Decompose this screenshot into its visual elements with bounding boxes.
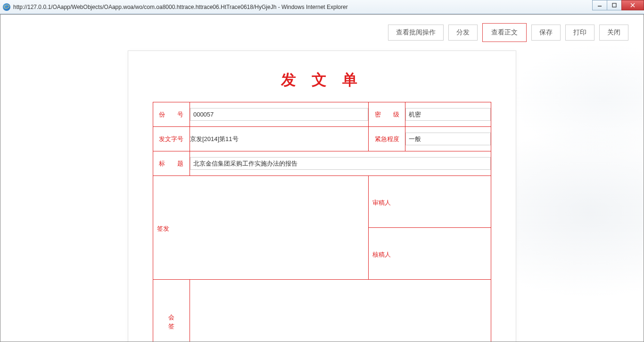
cell-subject — [190, 151, 491, 176]
cell-verifier: 核稿人 — [369, 228, 491, 280]
label-dispatch-no: 发文字号 — [153, 127, 190, 151]
dispatch-no-value: 京发[2014]第11号 — [190, 133, 368, 145]
content-scroll-area[interactable]: 查看批阅操作 分发 查看正文 保存 打印 关闭 发 文 单 份 号 — [0, 14, 644, 342]
label-subject: 标 题 — [153, 151, 190, 176]
document-page: 发 文 单 份 号 密 级 — [128, 50, 516, 342]
print-button[interactable]: 打印 — [565, 25, 594, 41]
cell-reviewer: 审稿人 — [369, 176, 491, 228]
cell-serial-no — [190, 102, 368, 127]
subject-input[interactable] — [190, 157, 491, 170]
action-toolbar: 查看批阅操作 分发 查看正文 保存 打印 关闭 — [0, 15, 644, 50]
form-title: 发 文 单 — [128, 70, 516, 91]
close-button[interactable]: 关闭 — [599, 25, 628, 41]
label-countersign: 会签 — [153, 280, 190, 342]
window-titlebar: http://127.0.0.1/OAapp/WebObjects/OAapp.… — [0, 0, 644, 14]
urgency-input[interactable] — [405, 133, 491, 145]
cell-sign-issue: 签发 — [153, 176, 369, 280]
cell-dispatch-no: 京发[2014]第11号 — [190, 127, 368, 151]
cell-countersign — [190, 280, 491, 342]
distribute-button[interactable]: 分发 — [448, 25, 478, 41]
minimize-button[interactable] — [592, 0, 607, 10]
label-secret-level: 密 级 — [369, 102, 405, 127]
cell-urgency — [405, 127, 491, 151]
maximize-button[interactable] — [607, 0, 622, 10]
secret-level-input[interactable] — [405, 108, 491, 121]
close-window-button[interactable] — [621, 0, 644, 10]
ie-icon — [3, 3, 10, 11]
label-sign-issue: 签发 — [153, 223, 368, 233]
dispatch-form-table: 份 号 密 级 发文字号 京发[2014]第11号 紧急程度 — [153, 102, 491, 342]
save-button[interactable]: 保存 — [531, 25, 561, 41]
window-title: http://127.0.0.1/OAapp/WebObjects/OAapp.… — [13, 4, 348, 10]
view-approve-button[interactable]: 查看批阅操作 — [388, 25, 444, 41]
cell-secret-level — [405, 102, 491, 127]
label-verifier: 核稿人 — [369, 249, 491, 259]
window-controls — [593, 0, 644, 10]
svg-rect-1 — [612, 3, 616, 7]
label-serial-no: 份 号 — [153, 102, 190, 127]
view-body-button[interactable]: 查看正文 — [482, 23, 527, 42]
label-urgency: 紧急程度 — [369, 127, 405, 151]
label-reviewer: 审稿人 — [369, 197, 491, 207]
serial-no-input[interactable] — [190, 108, 368, 121]
